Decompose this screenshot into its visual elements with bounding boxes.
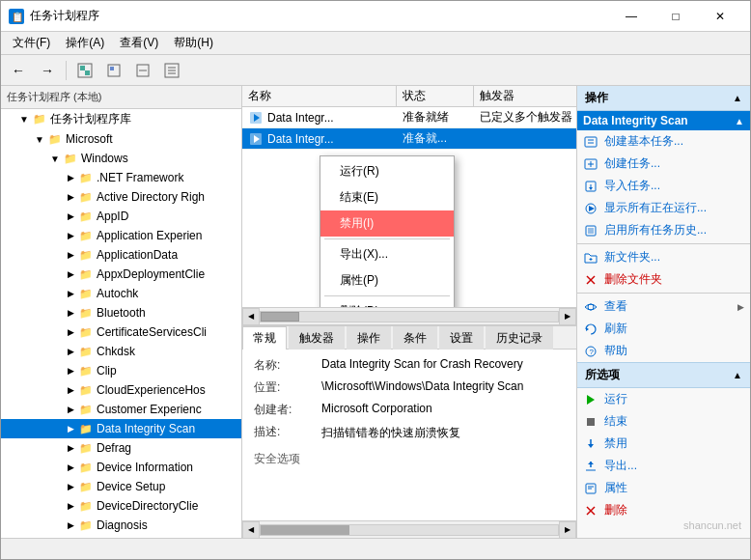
tree-certsvc[interactable]: ▶ 📁 CertificateServicesCli bbox=[1, 322, 241, 342]
tree-expand-ad[interactable]: ▶ bbox=[63, 192, 78, 202]
right-action-delete[interactable]: 删除 bbox=[577, 499, 750, 521]
menu-file[interactable]: 文件(F) bbox=[5, 33, 58, 53]
col-header-status[interactable]: 状态 bbox=[397, 86, 474, 106]
tree-expand-root[interactable]: ▼ bbox=[16, 114, 32, 125]
table-row[interactable]: Data Integr... 准备就绪 已定义多个触发器 2017/7/10 bbox=[242, 107, 576, 128]
tree-chkdsk[interactable]: ▶ 📁 Chkdsk bbox=[1, 342, 241, 361]
tree-expand-cloud[interactable]: ▶ bbox=[63, 385, 78, 395]
tree-device-dir[interactable]: ▶ 📁 DeviceDirectoryClie bbox=[1, 496, 241, 516]
tree-device-info[interactable]: ▶ 📁 Device Information bbox=[1, 458, 241, 477]
right-action-help[interactable]: ? 帮助 bbox=[577, 340, 750, 362]
tab-conditions[interactable]: 条件 bbox=[393, 326, 437, 350]
ctx-end[interactable]: 结束(E) bbox=[320, 184, 454, 210]
menu-help[interactable]: 帮助(H) bbox=[166, 33, 221, 53]
toolbar-btn4[interactable] bbox=[158, 59, 185, 82]
tree-expand-appx[interactable]: ▶ bbox=[63, 269, 78, 279]
ctx-properties[interactable]: 属性(P) bbox=[320, 267, 454, 294]
right-task-collapse[interactable]: ▲ bbox=[735, 116, 744, 126]
toolbar-btn3[interactable] bbox=[129, 59, 156, 82]
menu-action[interactable]: 操作(A) bbox=[58, 33, 112, 53]
tree-appdata[interactable]: ▶ 📁 ApplicationData bbox=[1, 245, 241, 265]
maximize-button[interactable]: □ bbox=[654, 1, 698, 32]
right-action-new-folder[interactable]: 新文件夹... bbox=[577, 246, 750, 268]
tab-general[interactable]: 常规 bbox=[242, 326, 287, 350]
h-scrollbar-track[interactable] bbox=[260, 311, 559, 322]
tree-expand-clip[interactable]: ▶ bbox=[63, 366, 78, 376]
tree-defrag[interactable]: ▶ 📁 Defrag bbox=[1, 438, 241, 458]
right-action-show-running[interactable]: 显示所有正在运行... bbox=[577, 197, 750, 219]
tree-appid[interactable]: ▶ 📁 AppID bbox=[1, 207, 241, 226]
ctx-run[interactable]: 运行(R) bbox=[320, 158, 454, 184]
detail-scrollbar-thumb[interactable] bbox=[261, 525, 349, 535]
detail-scroll-left[interactable]: ◀ bbox=[242, 521, 260, 539]
toolbar-btn1[interactable] bbox=[71, 59, 98, 82]
tree-root[interactable]: ▼ 📁 任务计划程序库 bbox=[1, 109, 241, 129]
tree-expand-autochk[interactable]: ▶ bbox=[63, 289, 78, 298]
tree-microsoft[interactable]: ▼ 📁 Microsoft bbox=[1, 129, 241, 149]
tree-expand-diag[interactable]: ▶ bbox=[63, 520, 78, 530]
menu-view[interactable]: 查看(V) bbox=[112, 33, 166, 53]
tree-windows[interactable]: ▼ 📁 Windows bbox=[1, 149, 241, 168]
right-section-collapse-selected[interactable]: ▲ bbox=[733, 370, 742, 380]
tree-expand-cert[interactable]: ▶ bbox=[63, 327, 78, 337]
tree-expand-appdata[interactable]: ▶ bbox=[63, 250, 78, 260]
right-action-export[interactable]: 导出... bbox=[577, 455, 750, 477]
right-action-end[interactable]: 结束 bbox=[577, 410, 750, 433]
tree-appexperience[interactable]: ▶ 📁 Application Experien bbox=[1, 226, 241, 245]
tree-expand-appid[interactable]: ▶ bbox=[63, 211, 78, 221]
right-action-refresh[interactable]: 刷新 bbox=[577, 318, 750, 340]
detail-scroll-right[interactable]: ▶ bbox=[559, 521, 576, 539]
tree-active-dir[interactable]: ▶ 📁 Active Directory Righ bbox=[1, 187, 241, 207]
tree-expand-customer[interactable]: ▶ bbox=[63, 405, 78, 414]
tree-expand-devinfo[interactable]: ▶ bbox=[63, 462, 78, 472]
toolbar-back[interactable]: ← bbox=[5, 59, 32, 82]
tree-expand-bt[interactable]: ▶ bbox=[63, 308, 78, 318]
tree-expand-devdir[interactable]: ▶ bbox=[63, 501, 78, 511]
scroll-right-btn[interactable]: ▶ bbox=[559, 308, 576, 325]
tab-settings[interactable]: 设置 bbox=[439, 326, 484, 350]
ctx-delete[interactable]: 删除(D) bbox=[320, 298, 454, 307]
tree-expand-microsoft[interactable]: ▼ bbox=[32, 134, 47, 145]
right-section-collapse-operations[interactable]: ▲ bbox=[733, 93, 742, 103]
right-action-view[interactable]: 查看 ▶ bbox=[577, 295, 750, 318]
tab-history[interactable]: 历史记录 bbox=[486, 326, 553, 350]
tree-data-integrity[interactable]: ▶ 📁 Data Integrity Scan bbox=[1, 419, 241, 438]
col-header-name[interactable]: 名称 bbox=[242, 86, 397, 106]
ctx-export[interactable]: 导出(X)... bbox=[320, 241, 454, 267]
tab-actions[interactable]: 操作 bbox=[347, 326, 391, 350]
tree-expand-chkdsk[interactable]: ▶ bbox=[63, 347, 78, 356]
tree-expand-di[interactable]: ▶ bbox=[63, 424, 78, 434]
tree-customer[interactable]: ▶ 📁 Customer Experienc bbox=[1, 400, 241, 419]
tree-expand-defrag[interactable]: ▶ bbox=[63, 443, 78, 453]
tab-triggers[interactable]: 触发器 bbox=[289, 326, 345, 350]
right-action-import[interactable]: 导入任务... bbox=[577, 175, 750, 197]
scroll-left-btn[interactable]: ◀ bbox=[242, 308, 260, 325]
right-action-create-basic[interactable]: 创建基本任务... bbox=[577, 130, 750, 153]
right-action-create[interactable]: 创建任务... bbox=[577, 153, 750, 175]
tree-diagnosis[interactable]: ▶ 📁 Diagnosis bbox=[1, 516, 241, 535]
ctx-disable[interactable]: 禁用(I) bbox=[320, 210, 454, 237]
tree-expand-windows[interactable]: ▼ bbox=[47, 154, 63, 164]
right-action-properties[interactable]: 属性 bbox=[577, 477, 750, 499]
toolbar-forward[interactable]: → bbox=[34, 59, 61, 82]
tree-appxdeploy[interactable]: ▶ 📁 AppxDeploymentClie bbox=[1, 265, 241, 284]
tree-clip[interactable]: ▶ 📁 Clip bbox=[1, 361, 241, 380]
right-action-run[interactable]: 运行 bbox=[577, 388, 750, 410]
detail-scrollbar-track[interactable] bbox=[260, 524, 559, 536]
right-action-enable-history[interactable]: 启用所有任务历史... bbox=[577, 219, 750, 241]
tree-expand-devsetup[interactable]: ▶ bbox=[63, 482, 78, 491]
tree-device-setup[interactable]: ▶ 📁 Device Setup bbox=[1, 477, 241, 496]
tree-expand-net[interactable]: ▶ bbox=[63, 173, 78, 182]
table-row[interactable]: Data Integr... 准备就... 运行(R) 结束(E) 禁用(I) … bbox=[242, 128, 576, 150]
minimize-button[interactable]: — bbox=[609, 1, 654, 32]
tree-autochk[interactable]: ▶ 📁 Autochk bbox=[1, 284, 241, 303]
close-button[interactable]: ✕ bbox=[698, 1, 742, 32]
right-action-delete-folder[interactable]: 删除文件夹 bbox=[577, 268, 750, 291]
toolbar-btn2[interactable] bbox=[100, 59, 127, 82]
tree-expand-appexp[interactable]: ▶ bbox=[63, 231, 78, 240]
tree-bluetooth[interactable]: ▶ 📁 Bluetooth bbox=[1, 303, 241, 322]
col-header-trigger[interactable]: 触发器 bbox=[474, 86, 576, 106]
tree-net-framework[interactable]: ▶ 📁 .NET Framework bbox=[1, 168, 241, 187]
h-scrollbar-thumb[interactable] bbox=[261, 312, 299, 322]
tree-cloud[interactable]: ▶ 📁 CloudExperienceHos bbox=[1, 380, 241, 400]
